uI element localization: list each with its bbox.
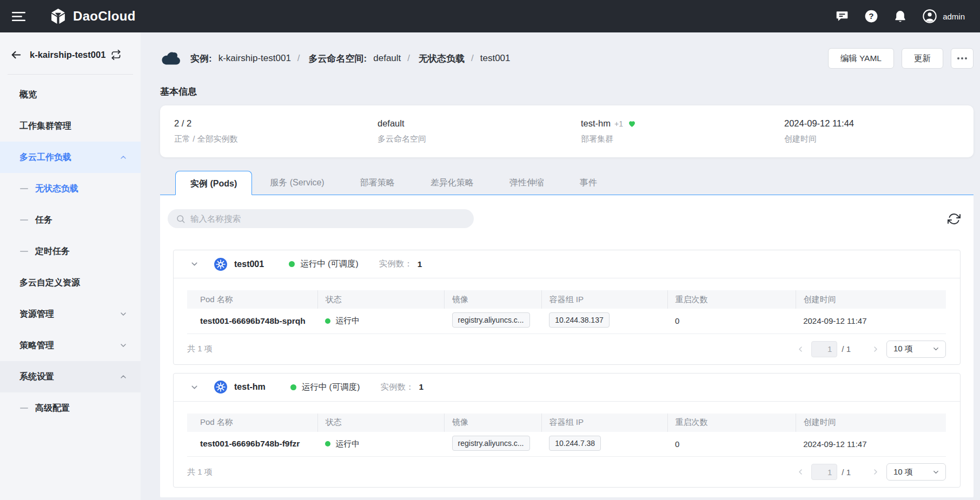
detail-tabs: 实例 (Pods) 服务 (Service) 部署策略 差异化策略 弹性伸缩 事… [160, 170, 974, 195]
tab-events[interactable]: 事件 [562, 170, 615, 195]
sidebar-item-cronjobs[interactable]: 定时任务 [0, 236, 141, 267]
basic-info-card: 2 / 2 正常 / 全部实例数 default 多云命名空间 test-hm … [160, 105, 974, 157]
image-chip[interactable]: registry.aliyuncs.c... [452, 436, 530, 451]
status-dot [289, 261, 295, 267]
page-input[interactable] [811, 464, 837, 480]
pod-name[interactable]: test001-66696b748b-sprqh [187, 309, 317, 334]
sidebar-item-resource-mgmt[interactable]: 资源管理 [0, 298, 141, 330]
avatar-icon [922, 9, 937, 24]
pagination: / 1 10 项 [796, 463, 946, 481]
total-items-label: 共 1 项 [187, 344, 213, 354]
image-chip[interactable]: registry.aliyuncs.c... [452, 312, 530, 328]
sidebar-item-jobs[interactable]: 任务 [0, 204, 141, 236]
instances-count: 1 [418, 259, 422, 269]
tab-pods[interactable]: 实例 (Pods) [175, 171, 252, 195]
back-arrow-icon[interactable] [10, 49, 22, 61]
group-status: 运行中 (可调度) [300, 258, 359, 270]
page-input[interactable] [811, 341, 837, 357]
page-total: / 1 [842, 468, 851, 477]
stat-created-at: 2024-09-12 11:44 创建时间 [770, 118, 974, 144]
chevron-down-icon [119, 310, 128, 318]
cloud-icon [160, 50, 182, 67]
prev-page-icon[interactable] [796, 345, 805, 354]
pod-ip-chip[interactable]: 10.244.38.137 [549, 312, 610, 328]
sidebar-item-overview[interactable]: 概览 [0, 79, 141, 110]
notification-bell-icon[interactable] [893, 10, 907, 23]
help-icon[interactable]: ? [864, 9, 878, 23]
pagination: / 1 10 项 [796, 341, 946, 358]
table-row: test001-66696b748b-sprqh 运行中 registry.al… [187, 309, 946, 334]
kubernetes-icon [214, 380, 228, 394]
tab-service[interactable]: 服务 (Service) [252, 170, 342, 195]
dash-icon [20, 408, 28, 409]
sidebar-item-advanced-config[interactable]: 高级配置 [0, 392, 141, 424]
group-status: 运行中 (可调度) [302, 382, 360, 393]
tab-autoscaling[interactable]: 弹性伸缩 [492, 170, 562, 195]
stat-deploy-clusters: test-hm +1 部署集群 [567, 118, 770, 144]
breadcrumb-instance-label: 实例: [190, 52, 212, 65]
restart-count: 0 [667, 432, 796, 457]
collapse-chevron-icon[interactable] [190, 259, 199, 269]
sidebar-item-system-settings[interactable]: 系统设置 [0, 361, 141, 392]
collapse-chevron-icon[interactable] [190, 383, 199, 392]
sidebar-item-policy-mgmt[interactable]: 策略管理 [0, 330, 141, 361]
pod-name[interactable]: test001-66696b748b-f9fzr [187, 432, 317, 457]
sidebar-item-multicloud-custom-resources[interactable]: 多云自定义资源 [0, 267, 141, 298]
page-total: / 1 [842, 344, 851, 354]
cluster-name: k-kairship-test001 [30, 50, 105, 60]
dash-icon [20, 188, 28, 190]
sidebar-item-stateless-workload[interactable]: 无状态负载 [0, 173, 141, 204]
page-size-select[interactable]: 10 项 [886, 341, 946, 358]
sidebar-item-multicloud-workload[interactable]: 多云工作负载 [0, 142, 141, 173]
prev-page-icon[interactable] [796, 468, 805, 476]
brand-logo[interactable]: DaoCloud [49, 8, 136, 25]
restart-count: 0 [667, 309, 796, 334]
status-dot [325, 318, 330, 324]
tab-override-policy[interactable]: 差异化策略 [413, 170, 492, 195]
next-page-icon[interactable] [871, 468, 880, 476]
main-content: 实例: k-kairship-test001 / 多云命名空间: default… [141, 32, 980, 500]
instances-label: 实例数： [379, 258, 413, 270]
username: admin [943, 12, 965, 21]
status-dot [325, 441, 330, 446]
user-menu[interactable]: admin [922, 9, 965, 24]
dash-icon [20, 251, 28, 252]
refresh-icon[interactable] [948, 212, 961, 225]
pod-status: 运行中 [335, 439, 360, 449]
pod-status: 运行中 [335, 316, 360, 326]
more-actions-button[interactable] [951, 48, 974, 69]
breadcrumb-namespace-label: 多云命名空间: [309, 52, 367, 65]
basic-info-title: 基本信息 [160, 85, 974, 98]
breadcrumb-workload-name: test001 [480, 53, 511, 64]
edit-yaml-button[interactable]: 编辑 YAML [828, 48, 894, 69]
cluster-count-badge[interactable]: +1 [614, 119, 623, 128]
created-time: 2024-09-12 11:47 [796, 432, 946, 457]
health-heart-icon [627, 119, 637, 128]
sidebar: k-kairship-test001 概览 工作集群管理 多云工作负载 无状态负… [0, 32, 141, 500]
status-dot [290, 384, 296, 390]
search-input[interactable] [190, 214, 466, 224]
breadcrumb-workload-type[interactable]: 无状态负载 [419, 52, 465, 65]
sidebar-divider [8, 74, 133, 75]
update-button[interactable]: 更新 [902, 48, 943, 69]
pods-table: Pod 名称 状态 镜像 容器组 IP 重启次数 创建时间 [187, 414, 946, 457]
page-size-select[interactable]: 10 项 [886, 463, 946, 481]
breadcrumb-instance-value[interactable]: k-kairship-test001 [218, 53, 291, 64]
daocloud-logo-icon [49, 8, 67, 25]
tab-deploy-policy[interactable]: 部署策略 [342, 170, 413, 195]
stat-namespace: default 多云命名空间 [363, 118, 567, 144]
pod-ip-chip[interactable]: 10.244.7.38 [549, 436, 601, 451]
brand-name: DaoCloud [73, 9, 136, 24]
instances-label: 实例数： [380, 382, 414, 393]
breadcrumb-namespace-value[interactable]: default [373, 53, 401, 64]
workload-group-test-hm: test-hm 运行中 (可调度) 实例数： 1 Pod 名称 状 [173, 373, 961, 488]
search-box [168, 209, 474, 228]
next-page-icon[interactable] [871, 345, 880, 354]
message-icon[interactable] [835, 9, 849, 23]
sidebar-item-work-cluster-mgmt[interactable]: 工作集群管理 [0, 110, 141, 142]
switch-cluster-icon[interactable] [111, 50, 121, 60]
hamburger-menu-icon[interactable] [12, 11, 25, 22]
group-name: test001 [234, 259, 264, 269]
total-items-label: 共 1 项 [187, 467, 213, 477]
chevron-down-icon [932, 345, 940, 353]
